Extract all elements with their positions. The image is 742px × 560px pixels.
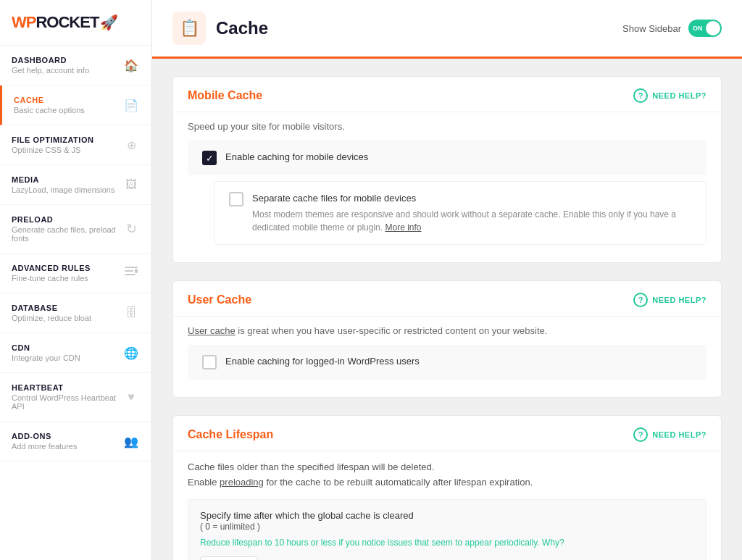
lifespan-box: Specify time after which the global cach… [188, 499, 706, 560]
cache-icon: 📄 [122, 99, 140, 112]
logo-image: WP ROCKET 🚀 [12, 13, 118, 32]
sidebar-item-cdn[interactable]: CDN Integrate your CDN 🌐 [0, 333, 151, 373]
preload-icon: ↻ [122, 221, 140, 237]
separate-cache-desc: Most modern themes are responsive and sh… [252, 208, 691, 234]
nav-label-cache: CACHE [14, 96, 122, 104]
nav-sub-dashboard: Get help, account info [12, 66, 122, 75]
svg-rect-1 [125, 270, 133, 272]
show-sidebar-label: Show Sidebar [622, 23, 681, 34]
file-opt-icon: ⊕ [122, 138, 140, 152]
svg-rect-2 [125, 274, 136, 275]
main-content: 📋 Cache Show Sidebar ON Mobile Cache ? N… [152, 0, 742, 560]
cache-lifespan-section: Cache Lifespan ? NEED HELP? Cache files … [172, 415, 722, 560]
sidebar-item-preload[interactable]: PRELOAD Generate cache files, preload fo… [0, 205, 151, 254]
sidebar-item-heartbeat[interactable]: HEARTBEAT Control WordPress Heartbeat AP… [0, 373, 151, 422]
user-cache-section: User Cache ? NEED HELP? User cache is gr… [172, 280, 722, 398]
user-cache-title: User Cache [188, 293, 251, 306]
toggle-on-text: ON [693, 25, 703, 32]
dashboard-icon: 🏠 [122, 59, 140, 72]
mobile-cache-option-row: ✓ Enable caching for mobile devices [188, 141, 706, 175]
enable-user-cache-label: Enable caching for logged-in WordPress u… [225, 356, 420, 367]
heartbeat-icon: ♥ [122, 390, 140, 404]
lifespan-warning: Reduce lifespan to 10 hours or less if y… [200, 538, 694, 548]
mobile-cache-title: Mobile Cache [188, 89, 262, 102]
nav-sub-database: Optimize, reduce bloat [12, 314, 122, 322]
nav-label-preload: PRELOAD [12, 215, 122, 224]
show-sidebar-toggle[interactable]: ON [688, 20, 722, 37]
separate-cache-checkbox[interactable] [229, 192, 243, 206]
sidebar-item-cache[interactable]: CACHE Basic cache options 📄 [0, 85, 151, 125]
user-cache-option-row: Enable caching for logged-in WordPress u… [188, 345, 706, 380]
nav-sub-media: LazyLoad, image dimensions [12, 185, 122, 194]
user-cache-need-help[interactable]: ? NEED HELP? [633, 293, 706, 307]
nav-sub-heartbeat: Control WordPress Heartbeat API [12, 393, 122, 411]
nav-sub-preload: Generate cache files, preload fonts [12, 225, 122, 243]
nav-sub-addons: Add more features [12, 442, 122, 451]
nav-label-adv-rules: ADVANCED RULES [12, 264, 122, 272]
mobile-cache-desc: Speed up your site for mobile visitors. [173, 112, 721, 141]
sidebar-item-database[interactable]: DATABASE Optimize, reduce bloat 🗄 [0, 293, 151, 333]
mobile-cache-need-help[interactable]: ? NEED HELP? [633, 88, 706, 103]
nav-label-file-opt: FILE OPTIMIZATION [12, 135, 122, 144]
nav-label-heartbeat: HEARTBEAT [12, 383, 122, 392]
cdn-icon: 🌐 [122, 346, 140, 360]
page-header-icon: 📋 [172, 12, 206, 45]
nav-label-database: DATABASE [12, 304, 122, 312]
sidebar-item-advanced-rules[interactable]: ADVANCED RULES Fine-tune cache rules [0, 254, 151, 293]
more-info-link[interactable]: More info [385, 222, 421, 233]
sidebar-item-media[interactable]: MEDIA LazyLoad, image dimensions 🖼 [0, 165, 151, 205]
media-icon: 🖼 [122, 178, 140, 191]
logo: WP ROCKET 🚀 [0, 0, 151, 46]
adv-rules-icon [122, 267, 140, 280]
cache-lifespan-need-help[interactable]: ? NEED HELP? [633, 427, 706, 442]
enable-mobile-cache-label: Enable caching for mobile devices [225, 151, 368, 162]
nav-label-cdn: CDN [12, 343, 122, 352]
rocket-icon: 🚀 [100, 14, 118, 31]
sidebar: WP ROCKET 🚀 DASHBOARD Get help, account … [0, 0, 152, 560]
database-icon: 🗄 [122, 306, 140, 319]
nav-sub-adv-rules: Fine-tune cache rules [12, 274, 122, 283]
logo-wp: WP [12, 13, 36, 32]
sidebar-item-file-optimization[interactable]: FILE OPTIMIZATION Optimize CSS & JS ⊕ [0, 125, 151, 165]
svg-rect-0 [125, 267, 138, 268]
cache-lifespan-title: Cache Lifespan [188, 428, 273, 441]
toggle-thumb [706, 21, 720, 35]
preloading-link[interactable]: preloading [220, 477, 264, 488]
nav-label-media: MEDIA [12, 175, 122, 184]
sidebar-nav: DASHBOARD Get help, account info 🏠 CACHE… [0, 46, 151, 560]
sidebar-item-addons[interactable]: ADD-ONS Add more features 👥 [0, 422, 151, 461]
page-title: Cache [216, 18, 268, 38]
nav-sub-cache: Basic cache options [14, 106, 122, 114]
lifespan-hint: ( 0 = unlimited ) [200, 522, 694, 532]
logo-rocket: ROCKET [36, 13, 99, 32]
enable-mobile-cache-checkbox[interactable]: ✓ [202, 151, 217, 165]
mobile-cache-section: Mobile Cache ? NEED HELP? Speed up your … [172, 76, 722, 263]
lifespan-input[interactable] [200, 556, 258, 560]
cache-lifespan-desc: Cache files older than the specified lif… [173, 451, 721, 496]
nav-sub-cdn: Integrate your CDN [12, 354, 122, 362]
why-link[interactable]: Why? [542, 538, 564, 548]
nav-sub-file-opt: Optimize CSS & JS [12, 146, 122, 154]
user-cache-link[interactable]: User cache [188, 325, 235, 336]
sidebar-item-dashboard[interactable]: DASHBOARD Get help, account info 🏠 [0, 46, 151, 85]
user-cache-desc: User cache is great when you have user-s… [173, 317, 721, 345]
nav-label-addons: ADD-ONS [12, 432, 122, 440]
page-header: 📋 Cache Show Sidebar ON [152, 0, 742, 59]
lifespan-specify-title: Specify time after which the global cach… [200, 510, 694, 521]
content-area: Mobile Cache ? NEED HELP? Speed up your … [152, 59, 742, 560]
separate-cache-label: Separate cache files for mobile devices [252, 193, 416, 204]
svg-rect-3 [135, 269, 138, 273]
addons-icon: 👥 [122, 435, 140, 448]
enable-user-cache-checkbox[interactable] [202, 355, 217, 369]
nav-label-dashboard: DASHBOARD [12, 56, 122, 64]
separate-cache-option-row: Separate cache files for mobile devices … [214, 181, 706, 245]
